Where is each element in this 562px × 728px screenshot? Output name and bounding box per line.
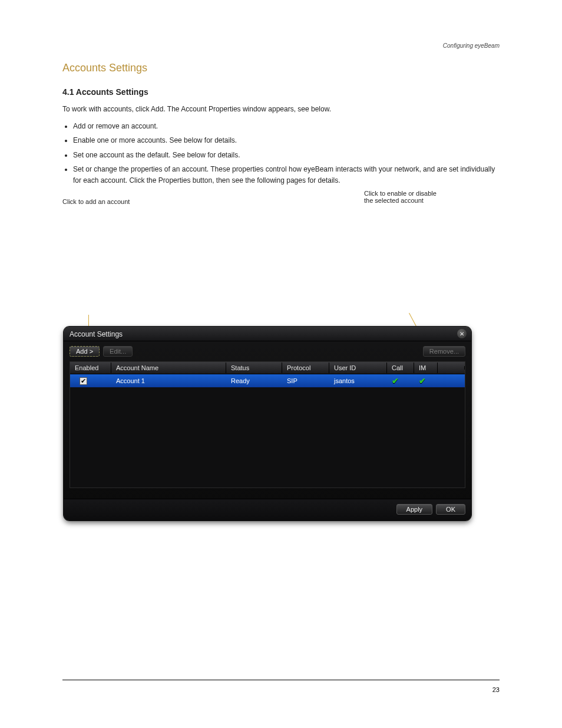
edit-button[interactable]: Edit...	[103, 346, 133, 357]
bullet-list: Add or remove an account. Enable one or …	[73, 121, 500, 186]
col-status[interactable]: Status	[226, 363, 282, 373]
col-call[interactable]: Call	[387, 363, 414, 373]
account-settings-dialog: Account Settings ✕ Add > Edit... Remove.…	[64, 327, 471, 521]
table-row[interactable]: ✔ Account 1 Ready SIP jsantos ✔ ✔	[70, 374, 465, 387]
cell-protocol: SIP	[282, 377, 329, 384]
list-item: Set or change the properties of an accou…	[73, 164, 500, 186]
footer-rule	[62, 680, 500, 680]
dialog-toolbar: Add > Edit... Remove...	[64, 341, 471, 361]
section-heading: 4.1 Accounts Settings	[62, 87, 500, 97]
remove-button[interactable]: Remove...	[423, 346, 465, 357]
dialog-titlebar: Account Settings ✕	[64, 327, 471, 341]
chapter-heading: Accounts Settings	[62, 62, 500, 74]
body-para-1: To work with accounts, click Add. The Ac…	[62, 104, 500, 115]
callout-add: Click to add an account	[62, 198, 130, 205]
list-item: Add or remove an account.	[73, 121, 500, 132]
check-icon: ✔	[392, 376, 399, 386]
check-icon: ✔	[419, 376, 426, 386]
apply-button[interactable]: Apply	[396, 504, 433, 515]
enabled-checkbox[interactable]: ✔	[80, 377, 87, 385]
cell-status: Ready	[226, 377, 282, 384]
table-header-row: Enabled Account Name Status Protocol Use…	[70, 362, 465, 374]
list-item: Enable one or more accounts. See below f…	[73, 135, 500, 146]
accounts-table: Enabled Account Name Status Protocol Use…	[70, 361, 465, 488]
ok-button[interactable]: OK	[436, 504, 465, 515]
col-account-name[interactable]: Account Name	[111, 363, 226, 373]
list-item: Set one account as the default. See belo…	[73, 150, 500, 161]
page-number: 23	[492, 686, 500, 693]
callout-enable: Click to enable or disable the selected …	[364, 190, 470, 204]
col-im[interactable]: IM	[414, 363, 438, 373]
dialog-title: Account Settings	[70, 330, 123, 338]
cell-account-name: Account 1	[111, 377, 226, 384]
close-icon[interactable]: ✕	[457, 329, 467, 338]
col-protocol[interactable]: Protocol	[282, 363, 329, 373]
col-user-id[interactable]: User ID	[329, 363, 387, 373]
col-enabled[interactable]: Enabled	[70, 363, 111, 373]
cell-user-id: jsantos	[329, 377, 387, 384]
add-button[interactable]: Add >	[70, 346, 100, 357]
dialog-footer: Apply OK	[64, 499, 471, 521]
